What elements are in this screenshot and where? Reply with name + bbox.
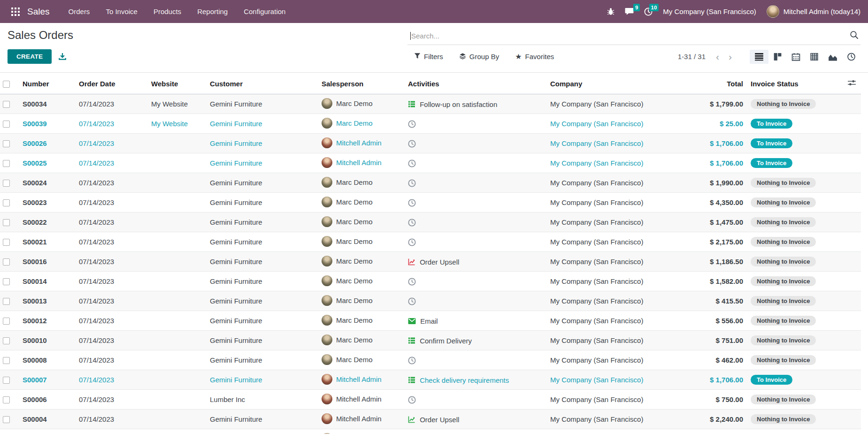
salesperson-avatar (322, 216, 332, 227)
menu-configuration[interactable]: Configuration (237, 4, 292, 19)
table-row[interactable]: S00022 07/14/2023 Gemini Furniture Marc … (0, 213, 861, 232)
email-icon[interactable] (408, 318, 416, 325)
filters-button[interactable]: Filters (414, 53, 443, 61)
col-total[interactable]: Total (667, 73, 748, 94)
clock-icon[interactable] (408, 140, 416, 148)
clock-icon[interactable] (408, 297, 416, 305)
bug-icon[interactable] (607, 8, 615, 15)
activity-view-icon[interactable] (842, 50, 860, 64)
graph-view-icon[interactable] (823, 50, 842, 64)
company-switcher[interactable]: My Company (San Francisco) (663, 8, 756, 15)
clock-icon[interactable] (408, 120, 416, 128)
col-website[interactable]: Website (148, 73, 207, 94)
row-checkbox[interactable] (3, 180, 10, 187)
row-checkbox[interactable] (3, 298, 10, 305)
apps-grid-icon[interactable] (8, 4, 23, 20)
col-salesperson[interactable]: Salesperson (319, 73, 405, 94)
row-checkbox[interactable] (3, 396, 10, 403)
table-row[interactable]: S00008 07/14/2023 Gemini Furniture Marc … (0, 350, 861, 370)
chart-up-icon[interactable] (408, 416, 415, 423)
create-button[interactable]: CREATE (8, 49, 52, 64)
favorites-button[interactable]: ★ Favorites (515, 53, 554, 61)
row-checkbox[interactable] (3, 239, 10, 246)
table-row[interactable]: S00024 07/14/2023 Gemini Furniture Marc … (0, 173, 861, 193)
search-icon[interactable] (850, 30, 859, 41)
salesperson-avatar (322, 177, 332, 188)
table-row[interactable]: S00039 07/14/2023 My Website Gemini Furn… (0, 114, 861, 134)
table-row[interactable]: S00016 07/14/2023 Gemini Furniture Marc … (0, 252, 861, 272)
table-row[interactable]: S00014 07/14/2023 Gemini Furniture Marc … (0, 272, 861, 291)
messages-icon[interactable]: 9 (625, 8, 634, 15)
row-checkbox[interactable] (3, 121, 10, 128)
table-row[interactable]: S00010 07/14/2023 Gemini Furniture Marc … (0, 331, 861, 350)
user-menu[interactable]: Mitchell Admin (today14) (767, 5, 860, 18)
menu-reporting[interactable]: Reporting (191, 4, 234, 19)
app-title[interactable]: Sales (27, 7, 50, 17)
clock-icon[interactable] (408, 238, 416, 246)
select-all-checkbox[interactable] (3, 81, 10, 88)
cell-customer: Gemini Furniture (207, 114, 319, 134)
table-row[interactable]: S00006 07/14/2023 Lumber Inc Mitchell Ad… (0, 390, 861, 410)
column-sliders-icon[interactable] (848, 80, 856, 88)
pager-prev-icon[interactable]: ‹ (712, 52, 723, 61)
menu-to-invoice[interactable]: To Invoice (99, 4, 144, 19)
clock-icon[interactable] (408, 278, 416, 286)
table-row[interactable]: S00033 07/13/2023 My Website Gemini Furn… (0, 429, 861, 434)
col-company[interactable]: Company (547, 73, 667, 94)
activities-icon[interactable]: 10 (644, 8, 653, 16)
cell-website (148, 193, 207, 213)
row-checkbox[interactable] (3, 101, 10, 108)
table-row[interactable]: S00012 07/14/2023 Gemini Furniture Marc … (0, 311, 861, 331)
row-checkbox[interactable] (3, 199, 10, 206)
table-row[interactable]: S00007 07/14/2023 Gemini Furniture Mitch… (0, 370, 861, 390)
search-input[interactable]: Search... (407, 28, 860, 45)
table-row[interactable]: S00004 07/14/2023 Gemini Furniture Mitch… (0, 410, 861, 429)
table-row[interactable]: S00023 07/14/2023 Gemini Furniture Marc … (0, 193, 861, 213)
row-checkbox[interactable] (3, 416, 10, 423)
col-number[interactable]: Number (20, 73, 76, 94)
row-checkbox[interactable] (3, 160, 10, 167)
cell-customer: Gemini Furniture (207, 272, 319, 291)
row-checkbox[interactable] (3, 357, 10, 364)
col-customer[interactable]: Customer (207, 73, 319, 94)
col-activities[interactable]: Activities (405, 73, 547, 94)
cell-company: My Company (San Francisco) (547, 429, 667, 434)
row-checkbox[interactable] (3, 377, 10, 384)
cell-salesperson: Mitchell Admin (336, 395, 382, 403)
row-checkbox[interactable] (3, 318, 10, 325)
col-invoice-status[interactable]: Invoice Status (748, 73, 842, 94)
invoice-status-badge: Nothing to Invoice (751, 257, 816, 266)
clock-icon[interactable] (408, 179, 416, 187)
chart-up-icon[interactable] (408, 258, 415, 266)
row-checkbox[interactable] (3, 219, 10, 226)
table-row[interactable]: S00034 07/14/2023 My Website Gemini Furn… (0, 94, 861, 114)
tasks-list-icon[interactable] (408, 337, 415, 344)
row-checkbox[interactable] (3, 258, 10, 266)
list-view-icon[interactable] (750, 50, 768, 64)
row-checkbox[interactable] (3, 278, 10, 285)
col-order-date[interactable]: Order Date (76, 73, 148, 94)
clock-icon[interactable] (408, 357, 416, 364)
tasks-list-icon[interactable] (408, 100, 415, 108)
clock-icon[interactable] (408, 219, 416, 227)
table-row[interactable]: S00025 07/14/2023 Gemini Furniture Mitch… (0, 153, 861, 173)
row-checkbox[interactable] (3, 337, 10, 344)
clock-icon[interactable] (408, 199, 416, 207)
group-by-button[interactable]: Group By (459, 53, 499, 61)
row-checkbox[interactable] (3, 140, 10, 147)
kanban-view-icon[interactable] (768, 50, 787, 64)
clock-icon[interactable] (408, 396, 416, 404)
cell-salesperson: Marc Demo (336, 198, 373, 206)
export-download-icon[interactable] (58, 53, 67, 61)
table-row[interactable]: S00026 07/14/2023 Gemini Furniture Mitch… (0, 134, 861, 153)
pager-next-icon[interactable]: › (725, 52, 736, 61)
pivot-view-icon[interactable] (805, 50, 823, 64)
clock-icon[interactable] (408, 159, 416, 167)
optional-columns-cell (842, 73, 861, 94)
table-row[interactable]: S00013 07/14/2023 Gemini Furniture Marc … (0, 291, 861, 311)
menu-products[interactable]: Products (147, 4, 188, 19)
tasks-list-icon[interactable] (408, 376, 415, 384)
calendar-view-icon[interactable] (787, 50, 805, 64)
table-row[interactable]: S00021 07/14/2023 Gemini Furniture Marc … (0, 232, 861, 252)
menu-orders[interactable]: Orders (62, 4, 97, 19)
